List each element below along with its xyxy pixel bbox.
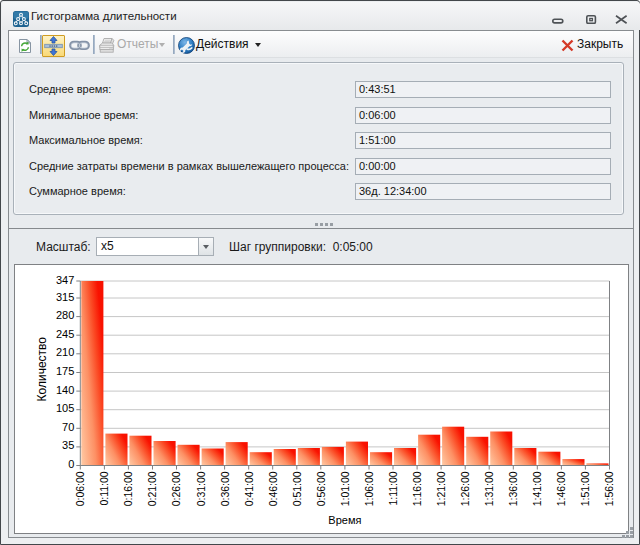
svg-text:0:26:00: 0:26:00 <box>171 471 183 506</box>
svg-text:280: 280 <box>56 309 74 321</box>
svg-text:Время: Время <box>328 514 361 526</box>
svg-text:0: 0 <box>68 458 74 470</box>
svg-text:245: 245 <box>56 328 74 340</box>
svg-text:1:36:00: 1:36:00 <box>507 471 519 506</box>
svg-text:0:11:00: 0:11:00 <box>98 471 110 505</box>
svg-text:1:51:00: 1:51:00 <box>579 471 591 506</box>
svg-text:1:16:00: 1:16:00 <box>411 471 423 506</box>
svg-text:1:41:00: 1:41:00 <box>531 471 543 506</box>
svg-text:0:06:00: 0:06:00 <box>74 471 86 506</box>
svg-text:35: 35 <box>62 439 74 451</box>
svg-text:1:46:00: 1:46:00 <box>555 471 567 506</box>
svg-text:347: 347 <box>56 274 74 286</box>
svg-text:0:36:00: 0:36:00 <box>219 471 231 506</box>
svg-text:315: 315 <box>56 291 74 303</box>
svg-text:1:26:00: 1:26:00 <box>459 471 471 506</box>
svg-text:0:41:00: 0:41:00 <box>243 471 255 506</box>
svg-text:1:11:00: 1:11:00 <box>387 471 399 505</box>
svg-text:0:16:00: 0:16:00 <box>122 471 134 506</box>
svg-text:0:46:00: 0:46:00 <box>267 471 279 506</box>
svg-text:105: 105 <box>56 402 74 414</box>
svg-text:1:56:00: 1:56:00 <box>604 471 616 506</box>
svg-text:0:31:00: 0:31:00 <box>195 471 207 506</box>
svg-text:1:01:00: 1:01:00 <box>339 471 351 506</box>
svg-text:70: 70 <box>62 421 74 433</box>
svg-text:1:31:00: 1:31:00 <box>483 471 495 506</box>
svg-text:1:21:00: 1:21:00 <box>435 471 447 506</box>
svg-text:140: 140 <box>56 384 74 396</box>
svg-text:175: 175 <box>56 365 74 377</box>
svg-text:0:51:00: 0:51:00 <box>291 471 303 506</box>
svg-text:0:56:00: 0:56:00 <box>315 471 327 506</box>
svg-text:210: 210 <box>56 346 74 358</box>
svg-text:1:06:00: 1:06:00 <box>363 471 375 506</box>
svg-text:Количество: Количество <box>35 337 49 402</box>
svg-text:0:21:00: 0:21:00 <box>147 471 159 506</box>
